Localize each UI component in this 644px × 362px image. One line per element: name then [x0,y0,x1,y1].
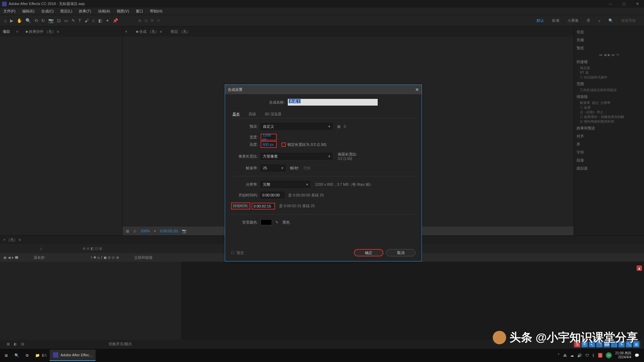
rp-cb-movetime[interactable]: ☑ 将时间移到预览时间 [577,119,641,124]
viewer-alpha-icon[interactable]: ▦ [126,229,129,233]
ok-button[interactable]: 确定 [354,249,383,256]
eyedropper-icon[interactable]: ✎ [275,220,278,225]
tl-col-source[interactable]: 源名称 [34,255,91,260]
workspace-small[interactable]: 小屏幕 [568,18,579,23]
tl-switch-mode[interactable]: 切换开关/模式 [109,342,132,347]
taskbar-explorer[interactable]: 📁 E:\ [32,350,50,361]
menu-effect[interactable]: 效果(T) [75,9,94,14]
preset-delete-icon[interactable]: 🗑 [343,124,347,128]
preset-dropdown[interactable]: 自定义 [261,123,332,130]
close-button[interactable]: ✕ [631,0,644,8]
search-button[interactable]: 🔍 [11,350,22,361]
rp-scope-hint[interactable]: 工作区域按目前时间延柱 [577,88,641,93]
minimize-button[interactable]: ─ [604,0,617,8]
preview-checkbox[interactable]: ☐ 预览 [231,250,244,255]
tray-s-icon[interactable]: S [598,353,602,358]
timeline-track-area[interactable] [181,262,644,340]
hand-tool-icon[interactable]: ✋ [17,18,22,23]
tray-cloud-icon[interactable]: ☁ [570,353,574,358]
eraser-tool-icon[interactable]: ◧ [98,18,102,23]
timeline-switch-icons[interactable]: ⊕ ⊖ ◧ ⊡ ⊞ [83,246,102,251]
timeline-search[interactable]: ρ [40,246,42,250]
brush-tool-icon[interactable]: 🖌 [85,18,89,23]
tab-3d[interactable]: 3D 渲染器 [265,112,281,117]
snap-opt3-icon[interactable]: ✕ [157,18,160,23]
orbit-tool-icon[interactable]: ⟲ [34,18,38,23]
rp-cb-cache[interactable]: ☐ 如果缓存：则播放缓存的帧 [577,115,641,119]
rp-para[interactable]: 段落 [577,156,641,164]
rp-char[interactable]: 字符 [577,148,641,156]
lock-ratio-checkbox[interactable] [281,142,286,147]
tab-advanced[interactable]: 高级 [249,112,256,117]
first-frame-icon[interactable]: ⏮ [599,53,602,57]
tray-temp[interactable]: 34 [606,352,612,358]
rp-align[interactable]: 对齐 [577,132,641,140]
tl-footer-icon3[interactable]: ⊟ [21,342,24,346]
pen-tool-icon[interactable]: ✎ [71,18,75,23]
height-input[interactable]: 800 px [261,141,277,148]
cancel-button[interactable]: 取消 [386,249,416,256]
tab-effects[interactable]: ■ 效果控件 （无） ≡ [25,29,59,34]
start-button[interactable]: ⊞ [1,350,11,361]
menu-window[interactable]: 窗口 [132,9,147,14]
pan-behind-tool-icon[interactable]: ⊡ [57,18,61,23]
menu-help[interactable]: 帮助(H) [147,9,166,14]
menu-comp[interactable]: 合成(C) [38,9,57,14]
maximize-button[interactable]: ▢ [617,0,631,8]
tray-clock[interactable]: 21:08 周四 2024/4/4 [615,351,631,359]
tl-col-parent[interactable]: 父级和链接 [134,255,153,260]
menu-view[interactable]: 视图(V) [113,9,132,14]
rp-library[interactable]: 库 [577,140,641,148]
width-input[interactable]: 1200 px [261,134,277,140]
tray-shield-icon[interactable]: 🛡 [585,353,589,357]
viewer-camera-icon[interactable]: 📷 [182,229,186,233]
duration-input[interactable]: 0:00:02:15 [252,203,275,209]
menu-anim[interactable]: 动画(A) [95,9,114,14]
tray-vol-icon[interactable]: 🔊 [577,353,582,358]
snap-icon[interactable]: ⊞ [138,18,141,23]
tab-composition[interactable]: ■ 合成 （无） ≡ [136,29,162,34]
loop-icon[interactable]: ⟳ [616,53,619,57]
clone-tool-icon[interactable]: ⎌ [92,18,95,23]
play-icon[interactable]: ▶ [608,53,610,57]
puppet-tool-icon[interactable]: 📌 [113,18,118,23]
menu-file[interactable]: 文件(F) [0,9,19,14]
rp-anchor-dd[interactable]: 锚点器 [577,66,641,70]
search-help[interactable]: 搜索帮助 [621,18,636,23]
tab-project[interactable]: 项目 [3,29,10,34]
tl-footer-icon1[interactable]: ⊞ [7,342,10,346]
taskbar-ae[interactable]: Adobe After Effec... [50,350,96,361]
selection-tool-icon[interactable]: ▶ [10,18,13,23]
res-dropdown[interactable]: 完整 [261,181,310,188]
rp-cb-oldstyle[interactable]: ☐ 在旧版样式操作 [577,75,641,80]
viewer-time[interactable]: 0:00:05 (0) [160,229,178,233]
next-frame-icon[interactable]: ⏭ [612,53,615,57]
workspace-more-icon[interactable]: » [598,19,600,23]
menu-layer[interactable]: 图层(L) [57,9,75,14]
dialog-close-icon[interactable]: ✕ [415,87,419,92]
tray-bt-icon[interactable]: ᛒ [592,353,595,357]
start-input[interactable]: 0:00:00:00 [261,192,284,198]
timeline-tab[interactable]: × （无） ≡ [3,237,21,242]
viewer-channel-icon[interactable]: ◎ [133,229,137,233]
viewer-zoom[interactable]: 100% [141,229,150,233]
snap-opt2-icon[interactable]: ⧉ [151,18,154,23]
tab-basic[interactable]: 基本 [232,112,240,117]
rect-tool-icon[interactable]: ▭ [64,18,68,23]
rp-audio[interactable]: 音频 [577,36,641,44]
zoom-tool-icon[interactable]: 🔍 [25,18,31,23]
tray-notif-icon[interactable]: 💬 [635,353,639,358]
tab-layer[interactable]: 图层 （无） [171,29,190,34]
workspace-library[interactable]: 库 [587,18,590,23]
snap-opt1-icon[interactable]: ⊡ [145,18,148,23]
par-dropdown[interactable]: 方形像素 [261,153,332,160]
prev-frame-icon[interactable]: ◀ [604,53,606,57]
rp-track[interactable]: 跟踪器 [577,164,641,172]
home-icon[interactable]: ⌂ [4,18,7,23]
search-help-icon[interactable]: 🔍 [608,18,613,23]
text-tool-icon[interactable]: T [78,18,81,23]
comp-name-input[interactable]: 合成 1 [288,99,378,106]
rp-effects[interactable]: 效果和预设 [577,124,641,132]
workspace-default[interactable]: 默认 [537,18,544,23]
camera-tool-icon[interactable]: 📷 [48,18,54,23]
